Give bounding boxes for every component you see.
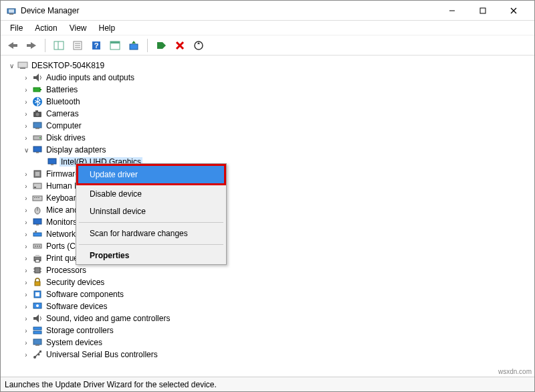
ctx-uninstall-device[interactable]: Uninstall device	[76, 203, 226, 220]
menu-action[interactable]: Action	[29, 22, 62, 34]
expander-closed-icon[interactable]: ›	[22, 351, 30, 359]
ctx-update-driver[interactable]: Update driver	[76, 164, 226, 185]
svg-rect-51	[34, 197, 35, 198]
menu-help[interactable]: Help	[94, 22, 121, 34]
close-button[interactable]	[498, 1, 529, 21]
tree-node-computer[interactable]: ›Computer	[21, 120, 533, 132]
svg-rect-50	[33, 196, 42, 201]
expander-closed-icon[interactable]: ›	[22, 242, 30, 250]
expander-closed-icon[interactable]: ›	[22, 74, 30, 82]
expander-closed-icon[interactable]: ›	[22, 254, 30, 262]
svg-rect-10	[27, 44, 31, 47]
expander-closed-icon[interactable]: ›	[22, 326, 30, 334]
svg-rect-8	[13, 44, 17, 47]
window-title: Device Manager	[21, 6, 437, 15]
minimize-button[interactable]	[437, 1, 467, 21]
svg-rect-38	[33, 122, 41, 128]
forward-button[interactable]	[23, 37, 39, 54]
show-hide-console-button[interactable]	[51, 37, 67, 54]
expander-closed-icon[interactable]: ›	[22, 266, 30, 274]
expander-closed-icon[interactable]: ›	[22, 278, 30, 286]
tree-root-node[interactable]: ∨ DESKTOP-504K819	[6, 60, 533, 72]
update-driver-button[interactable]	[126, 37, 142, 54]
expander-closed-icon[interactable]: ›	[22, 122, 30, 130]
expander-closed-icon[interactable]: ›	[22, 218, 30, 226]
svg-rect-74	[35, 292, 39, 296]
sound-icon	[32, 313, 43, 324]
tree-node-processors[interactable]: ›Processors	[21, 264, 533, 276]
expander-open-icon[interactable]: ∨	[7, 62, 15, 70]
enable-device-button[interactable]	[153, 37, 169, 54]
svg-rect-57	[36, 224, 39, 225]
processor-icon	[32, 265, 43, 276]
expander-closed-icon[interactable]: ›	[22, 206, 30, 214]
properties-button[interactable]	[70, 37, 86, 54]
tree-node-audio[interactable]: ›Audio inputs and outputs	[21, 72, 533, 84]
firmware-icon	[32, 169, 43, 179]
expander-open-icon[interactable]: ∨	[22, 146, 30, 154]
expander-closed-icon[interactable]: ›	[22, 170, 30, 178]
help-button[interactable]: ?	[88, 37, 104, 54]
svg-rect-37	[35, 110, 38, 112]
expander-closed-icon[interactable]: ›	[22, 314, 30, 322]
tree-node-batteries[interactable]: ›Batteries	[21, 84, 533, 96]
ctx-properties[interactable]: Properties	[76, 247, 226, 264]
svg-rect-33	[40, 89, 41, 90]
expander-closed-icon[interactable]: ›	[22, 230, 30, 238]
tree-node-disk[interactable]: ›Disk drives	[21, 132, 533, 144]
computer-icon	[17, 60, 28, 71]
svg-rect-42	[33, 146, 41, 152]
expander-closed-icon[interactable]: ›	[22, 182, 30, 190]
back-button[interactable]	[5, 37, 21, 54]
svg-rect-43	[36, 152, 39, 153]
svg-rect-2	[9, 9, 14, 13]
expander-closed-icon[interactable]: ›	[22, 338, 30, 347]
toolbar: ?	[1, 35, 534, 56]
software-component-icon	[32, 289, 43, 300]
svg-rect-11	[54, 41, 64, 50]
maximize-button[interactable]	[467, 1, 498, 21]
scan-hardware-button[interactable]	[191, 37, 207, 54]
tree-node-bluetooth[interactable]: ›Bluetooth	[21, 96, 533, 108]
device-tree[interactable]: ∨ DESKTOP-504K819 ›Audio inputs and outp…	[1, 56, 534, 378]
tree-node-usb[interactable]: ›Universal Serial Bus controllers	[21, 349, 533, 361]
expander-closed-icon[interactable]: ›	[22, 302, 30, 310]
tree-node-cameras[interactable]: ›Cameras	[21, 108, 533, 120]
bluetooth-icon	[32, 96, 43, 107]
svg-rect-66	[35, 260, 39, 262]
ctx-scan-hardware[interactable]: Scan for hardware changes	[76, 225, 226, 242]
software-device-icon	[32, 301, 43, 312]
expander-closed-icon[interactable]: ›	[22, 290, 30, 298]
svg-marker-28	[197, 42, 200, 44]
svg-rect-45	[51, 164, 54, 165]
expander-closed-icon[interactable]: ›	[22, 110, 30, 118]
uninstall-device-button[interactable]	[172, 37, 188, 54]
tree-node-systemdev[interactable]: ›System devices	[21, 336, 533, 349]
expander-closed-icon[interactable]: ›	[22, 98, 30, 106]
svg-rect-78	[33, 327, 41, 330]
refresh-button[interactable]	[107, 37, 123, 54]
svg-marker-7	[8, 42, 13, 49]
ctx-disable-device[interactable]: Disable device	[76, 185, 226, 203]
svg-point-41	[39, 137, 41, 138]
menu-view[interactable]: View	[64, 22, 92, 34]
tree-node-swdev[interactable]: ›Software devices	[21, 300, 533, 312]
menu-file[interactable]: File	[5, 22, 28, 34]
tree-node-storagectrl[interactable]: ›Storage controllers	[21, 324, 533, 336]
storage-controller-icon	[32, 325, 43, 336]
tree-node-sound[interactable]: ›Sound, video and game controllers	[21, 312, 533, 324]
expander-closed-icon[interactable]: ›	[22, 86, 30, 94]
svg-rect-1	[9, 13, 13, 15]
svg-rect-84	[39, 351, 41, 353]
svg-rect-72	[35, 282, 40, 286]
expander-closed-icon[interactable]: ›	[22, 194, 30, 202]
svg-marker-9	[31, 42, 36, 49]
svg-marker-31	[33, 74, 39, 82]
svg-rect-23	[157, 42, 163, 49]
tree-node-security[interactable]: ›Security devices	[21, 276, 533, 288]
expander-closed-icon[interactable]: ›	[22, 134, 30, 142]
usb-icon	[32, 349, 43, 360]
tree-node-swcomp[interactable]: ›Software components	[21, 288, 533, 300]
app-icon	[6, 5, 17, 16]
tree-node-display[interactable]: ∨Display adapters	[21, 144, 533, 156]
